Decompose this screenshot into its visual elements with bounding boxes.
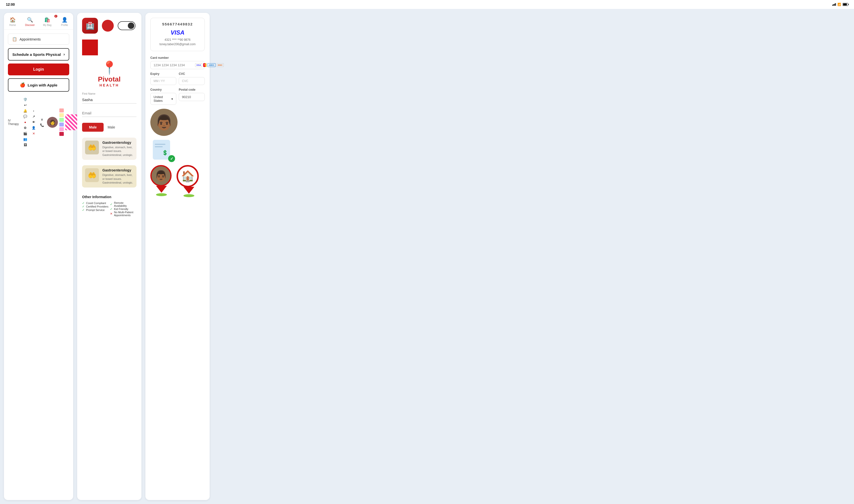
specialty-icon-2: 🤲 bbox=[85, 168, 99, 182]
app-icon: 🏥 bbox=[82, 18, 98, 34]
discover-icon: 🔍 bbox=[27, 17, 33, 23]
profile-pin-1: 👨🏾 bbox=[150, 165, 173, 197]
status-bar: 12:00 📶 bbox=[0, 0, 854, 9]
expiry-cvc-row: Expiry MM / YY CVC CVC bbox=[150, 72, 205, 85]
specialty-card-1[interactable]: 🤲 Gastroenterology Digestive, stomach, l… bbox=[82, 138, 137, 160]
close-icon[interactable]: ✕ bbox=[32, 132, 35, 136]
info-right: ✓ Remote Availability ✓ Kid Friendly ✕ N… bbox=[110, 201, 137, 217]
camera-icon[interactable]: ● bbox=[24, 120, 26, 124]
swatch-4 bbox=[59, 123, 64, 126]
appointments-icon: 📋 bbox=[12, 37, 17, 41]
appointments-row[interactable]: 📋 Appointments bbox=[8, 34, 69, 45]
toggle-knob bbox=[128, 22, 134, 29]
visa-network: VISA bbox=[195, 63, 202, 67]
expiry-input-box[interactable]: MM / YY bbox=[150, 77, 176, 85]
profile-avatar-1: 👨🏾 bbox=[150, 109, 177, 136]
dropdown-arrow-icon: ▾ bbox=[171, 97, 173, 101]
check-icon-3: ✓ bbox=[82, 208, 85, 212]
specialty-card-2[interactable]: 🤲 Gastroenterology Digestive, stomach, l… bbox=[82, 165, 137, 187]
gender-row: Male Male bbox=[82, 123, 137, 132]
card-number-input[interactable] bbox=[154, 63, 195, 67]
specialty-info-2: Gastroenterology Digestive, stomach, liv… bbox=[102, 168, 134, 184]
check-icon-1: ✓ bbox=[82, 201, 85, 205]
share-icon[interactable]: ↗ bbox=[32, 115, 35, 118]
icon-strip-2: ‹ ↗ 👁 👤 ✕ bbox=[30, 109, 37, 136]
chevron-down-icon[interactable]: ∨ bbox=[41, 118, 43, 121]
chat-icon[interactable]: 💬 bbox=[23, 115, 27, 118]
cross-icon: ✕ bbox=[110, 212, 112, 215]
undo-icon[interactable]: ↩ bbox=[24, 103, 27, 107]
phone-icon[interactable]: 📞 bbox=[40, 123, 44, 127]
email-input[interactable] bbox=[82, 109, 137, 117]
postal-section: Postal code 90210 bbox=[179, 88, 205, 105]
schedule-button[interactable]: Schedule a Sports Physical › bbox=[8, 48, 69, 60]
card-number-section: Card number VISA ● AMEX DISC bbox=[150, 56, 205, 69]
discover-network: DISC bbox=[216, 63, 224, 67]
cvc-input-box[interactable]: CVC bbox=[179, 77, 205, 85]
apple-icon: 🍎 bbox=[20, 82, 25, 88]
nav-profile[interactable]: 👤 Profile bbox=[56, 16, 73, 28]
info-left: ✓ Covid Compliant ✓ Certified Providers … bbox=[82, 201, 108, 217]
status-time: 12:00 bbox=[6, 2, 15, 6]
payment-panel: 556677449832 VISA 4321 **** **90 9876 to… bbox=[145, 13, 210, 500]
nav-mybag[interactable]: 🛍️ 2 My Bag bbox=[38, 16, 56, 28]
check-icon-5: ✓ bbox=[110, 207, 112, 211]
nav-home[interactable]: 🏠 Home bbox=[4, 16, 21, 28]
swatch-6 bbox=[59, 132, 64, 136]
arrow-icon: › bbox=[64, 52, 65, 57]
health-icon: 🏥 bbox=[86, 22, 94, 30]
eye-icon[interactable]: 👁 bbox=[32, 120, 35, 124]
info-grid: ✓ Covid Compliant ✓ Certified Providers … bbox=[82, 201, 137, 217]
status-icons: 📶 bbox=[832, 3, 848, 6]
toggle-switch[interactable] bbox=[118, 21, 136, 30]
map-section: 👨🏾 🏠 bbox=[150, 165, 205, 197]
color-swatches bbox=[59, 108, 64, 136]
settings-icon[interactable]: ⚙ bbox=[24, 126, 27, 130]
info-covid: ✓ Covid Compliant bbox=[82, 201, 108, 205]
specialty-info-1: Gastroenterology Digestive, stomach, liv… bbox=[102, 141, 134, 157]
icon-strip: 🛡️ ↩ 🔔 💬 ● ⚙ 🎬 👥 🖼 bbox=[22, 97, 29, 147]
logo-pin-icon: 📍 bbox=[101, 60, 118, 75]
user-icon[interactable]: 👤 bbox=[32, 126, 36, 130]
country-select[interactable]: United States ▾ bbox=[150, 93, 176, 105]
app-content: 📋 Appointments Schedule a Sports Physica… bbox=[4, 30, 73, 96]
email-field bbox=[82, 109, 137, 117]
expiry-section: Expiry MM / YY bbox=[150, 72, 176, 85]
wifi-icon: 📶 bbox=[837, 3, 841, 6]
card-networks: VISA ● AMEX DISC bbox=[195, 63, 224, 67]
swatch-1 bbox=[59, 108, 64, 112]
bell-icon[interactable]: 🔔 bbox=[23, 109, 27, 113]
chevron-panel: ∨ 📞 bbox=[38, 118, 46, 127]
postal-input[interactable]: 90210 bbox=[179, 93, 205, 101]
info-multi: ✕ No Multi-Patient Appointments bbox=[110, 211, 137, 217]
male-button[interactable]: Male bbox=[82, 123, 104, 132]
swatch-5 bbox=[59, 127, 64, 131]
swatch-2 bbox=[59, 113, 64, 117]
chevron-left-icon[interactable]: ‹ bbox=[33, 109, 34, 113]
country-postal-row: Country United States ▾ Postal code 9021… bbox=[150, 88, 205, 105]
iv-therapy-section: IV Therapy 🛡️ ↩ 🔔 💬 ● ⚙ 🎬 👥 🖼 ‹ bbox=[4, 97, 73, 147]
top-icons-row: 🏥 bbox=[82, 18, 137, 34]
main-wrapper: 🏠 Home 🔍 Discover 🛍️ 2 My Bag 👤 Profile … bbox=[0, 9, 854, 504]
shield-icon[interactable]: 🛡️ bbox=[23, 97, 27, 101]
iv-avatar: 👩 bbox=[47, 117, 58, 128]
pivotal-panel: 🏥 📍 Pivotal HEALTH First Name Male Male bbox=[77, 13, 141, 500]
users-icon[interactable]: 👥 bbox=[23, 137, 27, 141]
invoice-illustration: 💲 ✓ bbox=[150, 140, 175, 162]
image-icon[interactable]: 🖼 bbox=[24, 143, 27, 147]
bottom-nav: 🏠 Home 🔍 Discover 🛍️ 2 My Bag 👤 Profile bbox=[4, 13, 73, 30]
check-icon-2: ✓ bbox=[82, 205, 85, 208]
first-name-field: First Name bbox=[82, 92, 137, 104]
nav-discover[interactable]: 🔍 Discover bbox=[21, 16, 38, 28]
login-button[interactable]: Login bbox=[8, 64, 69, 75]
film-icon[interactable]: 🎬 bbox=[23, 132, 27, 136]
first-name-input[interactable] bbox=[82, 96, 137, 104]
profile-images: 👨🏾 💲 ✓ bbox=[150, 109, 205, 162]
apple-login-button[interactable]: 🍎 Login with Apple bbox=[8, 78, 69, 92]
info-certified: ✓ Certified Providers bbox=[82, 205, 108, 208]
country-section: Country United States ▾ bbox=[150, 88, 176, 105]
app-panel: 🏠 Home 🔍 Discover 🛍️ 2 My Bag 👤 Profile … bbox=[4, 13, 73, 500]
red-square bbox=[82, 39, 98, 55]
saved-card: 556677449832 VISA 4321 **** **90 9876 to… bbox=[150, 18, 205, 51]
card-number-row: VISA ● AMEX DISC bbox=[150, 61, 205, 69]
